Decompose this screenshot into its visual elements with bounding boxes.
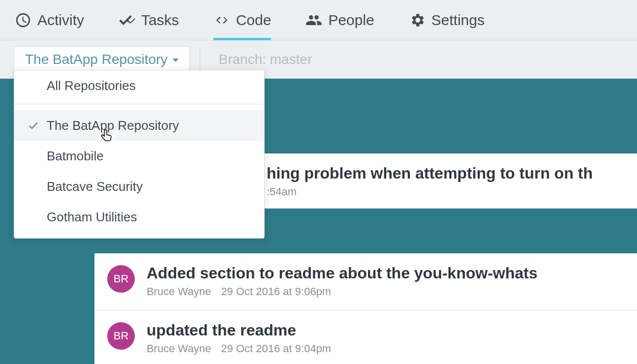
caret-down-icon [173, 59, 179, 62]
check-icon [28, 120, 39, 131]
dropdown-item-label: Gotham Utilities [47, 210, 137, 225]
nav-people[interactable]: People [305, 0, 374, 40]
commit-list: BR Added section to readme about the you… [94, 253, 637, 364]
nav-code[interactable]: Code [213, 0, 272, 40]
repo-selector[interactable]: The BatApp Repository [14, 46, 190, 73]
dropdown-item-gotham[interactable]: Gotham Utilities [14, 202, 264, 232]
dropdown-all-repos[interactable]: All Repositories [14, 70, 264, 101]
dropdown-item-label: The BatApp Repository [47, 118, 179, 133]
repo-selector-label: The BatApp Repository [25, 52, 168, 67]
nav-tasks[interactable]: Tasks [119, 0, 179, 40]
people-icon [305, 12, 322, 29]
dropdown-item-batcave[interactable]: Batcave Security [14, 171, 264, 202]
double-check-icon [119, 12, 135, 29]
vertical-divider [200, 48, 200, 71]
commit-meta: Bruce Wayne 29 Oct 2016 at 9:06pm [147, 285, 538, 298]
top-nav: Activity Tasks Code People Settings [0, 0, 637, 40]
nav-label: Code [236, 12, 272, 29]
commit-timestamp: 29 Oct 2016 at 9:06pm [221, 285, 331, 298]
commit-title: updated the readme [147, 321, 331, 339]
commit-meta: :54am [267, 185, 593, 198]
avatar: BR [107, 265, 135, 293]
commit-author: Bruce Wayne [147, 342, 211, 355]
commit-meta: Bruce Wayne 29 Oct 2016 at 9:04pm [147, 342, 331, 355]
filter-bar: The BatApp Repository Branch: master All… [0, 40, 637, 79]
commit-timestamp: :54am [267, 185, 297, 198]
branch-selector[interactable]: Branch: master [210, 47, 321, 72]
nav-activity[interactable]: Activity [15, 0, 84, 40]
nav-label: Activity [37, 12, 84, 29]
dropdown-item-label: All Repositories [47, 78, 136, 93]
commit-title: hing problem when attempting to turn on … [267, 164, 593, 182]
commit-title: Added section to readme about the you-kn… [147, 264, 538, 282]
nav-label: Tasks [141, 12, 179, 29]
commit-timestamp: 29 Oct 2016 at 9:04pm [221, 342, 331, 355]
commit-row[interactable]: BR Added section to readme about the you… [94, 253, 637, 310]
dropdown-item-label: Batcave Security [47, 179, 143, 194]
avatar: BR [107, 322, 135, 350]
branch-label: Branch: master [219, 52, 312, 67]
code-icon [213, 12, 230, 29]
commit-author: Bruce Wayne [147, 285, 211, 298]
nav-label: People [328, 12, 374, 29]
gear-icon [409, 12, 425, 29]
check-slot [24, 120, 43, 131]
avatar-initials: BR [114, 330, 129, 342]
commit-row[interactable]: BR updated the readme Bruce Wayne 29 Oct… [94, 310, 637, 364]
avatar-initials: BR [114, 273, 129, 285]
dropdown-item-label: Batmobile [47, 149, 104, 164]
clock-icon [15, 12, 31, 29]
repo-dropdown: All Repositories The BatApp Repository B… [14, 70, 265, 239]
nav-label: Settings [431, 12, 485, 29]
dropdown-separator [14, 104, 264, 104]
dropdown-item-batapp[interactable]: The BatApp Repository [14, 110, 264, 141]
nav-settings[interactable]: Settings [409, 0, 485, 40]
dropdown-item-batmobile[interactable]: Batmobile [14, 141, 264, 171]
